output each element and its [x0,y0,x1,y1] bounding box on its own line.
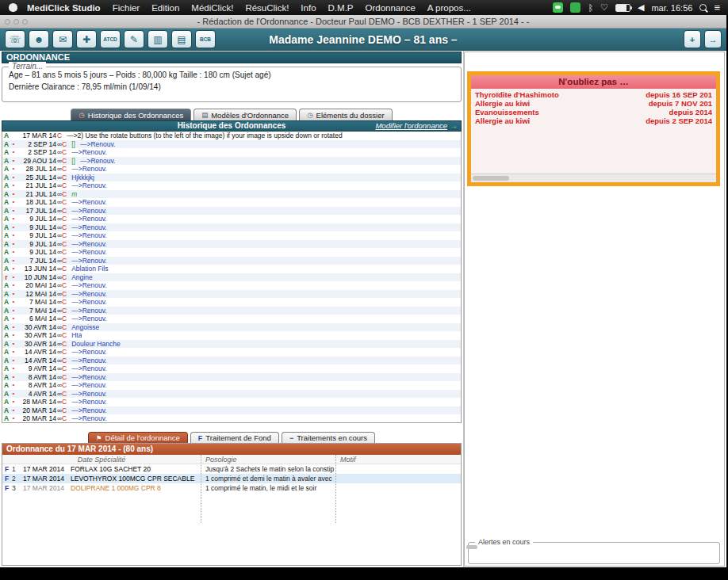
new-ordonnance-icon[interactable]: + [684,30,701,48]
history-row[interactable]: A 17 MAR 14 C —>2) Use the rotate button… [2,132,461,140]
row-text: —>Renouv. [71,231,107,240]
patient-icon[interactable]: ☻ [29,30,49,48]
history-row[interactable]: A • 4 AVR 14 ∞ C —>Renouv. [2,390,461,399]
atcd-icon[interactable]: ATCD [100,30,121,48]
history-row[interactable]: A • 7 MAI 14 ∞ C —>Renouv. [2,307,461,315]
heart-icon[interactable]: ♡ [600,2,608,13]
history-row[interactable]: A • 14 AVR 14 ∞ C —>Renouv. [2,357,461,365]
history-row[interactable]: A • 30 AVR 14 ∞ C Hta [2,331,461,340]
menu-item[interactable]: Fichier [113,3,140,13]
row-type-letter: A [2,340,10,349]
battery-icon[interactable] [615,4,630,12]
history-row[interactable]: A • 21 JUL 14 ∞ C —>Renouv. [2,181,461,190]
row-date: 28 JUL 14 [17,165,56,174]
directory-icon[interactable]: ▤ [171,30,192,48]
history-row[interactable]: A • 9 JUL 14 ∞ C —>Renouv. [2,231,461,240]
history-row[interactable]: A • 9 JUL 14 ∞ C —>Renouv. [2,223,461,232]
tab[interactable]: − Traitements en cours [282,432,375,443]
history-row[interactable]: A • 9 JUL 14 ∞ C —>Renouv. [2,215,461,223]
menu-item[interactable]: MédiClick! [191,3,233,13]
menu-item[interactable]: Info [301,3,316,13]
history-row[interactable]: A • 9 AVR 14 ∞ C —>Renouv. [2,364,461,373]
mini-scroll-thumb[interactable] [466,545,477,549]
row-type-letter: A [2,398,10,406]
history-row[interactable]: r • 10 JUN 14 ∞ C Angine [2,273,461,282]
scroll-thumb[interactable] [473,176,509,181]
screen-sharing-icon[interactable] [570,2,580,13]
history-row[interactable]: A • 8 AVR 14 ∞ C —>Renouv. [2,381,461,390]
contacts-icon[interactable]: ☏ [5,30,25,48]
prescription-row[interactable]: F 2 17 MAR 2014 LEVOTHYROX 100MCG CPR SE… [2,474,461,483]
history-row[interactable]: A • 20 MAR 14 ∞ C —>Renouv. [2,414,461,423]
menu-item[interactable]: RésuClick! [245,3,289,13]
minimize-button[interactable] [13,19,19,25]
apple-menu-icon[interactable] [9,3,17,12]
title-bar[interactable]: - Rédaction de l'Ordonnance - Docteur Pa… [0,15,726,29]
history-row[interactable]: A • 20 MAI 14 ∞ C —>Renouv. [2,281,461,290]
reminder-item[interactable]: Allergie au kiwi depuis 7 NOV 201 [471,99,716,108]
history-row[interactable]: A • 14 AVR 14 ∞ C —>Renouv. [2,348,461,357]
exit-ordonnance-icon[interactable]: → [704,30,722,48]
row-c-flag: C [62,373,67,382]
history-row[interactable]: A • 28 MAR 14 ∞ C —>Renouv. [2,398,461,406]
row-dot: • [10,373,17,382]
tab[interactable]: ▤ Modèles d'Ordonnance [193,109,297,120]
menu-item[interactable]: D.M.P [328,3,354,13]
history-row[interactable]: A • 7 MAI 14 ∞ C —>Renouv. [2,298,461,307]
volume-icon[interactable]: ◀ [638,2,644,13]
prescription-icon[interactable]: ✎ [124,30,144,48]
menu-item[interactable]: Ordonnance [366,3,416,13]
messages-icon[interactable] [553,2,563,13]
history-row[interactable]: A • 28 JUL 14 ∞ C —>Renouv. [2,165,461,174]
history-row[interactable]: A • 7 JUL 14 ∞ C —>Renouv. [2,257,461,265]
clock[interactable]: mar. 16:56 [651,3,692,13]
row-dot: • [10,340,17,349]
modify-arrow-icon[interactable]: → [450,121,458,131]
history-row[interactable]: A • 30 AVR 14 ∞ C Angoisse [2,323,461,332]
prescription-row[interactable]: F 3 17 MAR 2014 DOLIPRANE 1 000MG CPR 8 … [2,483,461,493]
row-date: 7 MAI 14 [17,307,56,315]
history-row[interactable]: A • 25 JUL 14 ∞ C Hjkkkjkj [2,174,461,182]
spotlight-icon[interactable] [699,4,707,11]
desktop: MediClick Studio FichierEditionMédiClick… [0,0,728,580]
history-row[interactable]: A • 21 JUL 14 ∞ C m [2,190,461,199]
row-dot: • [10,157,17,166]
tab[interactable]: ⚑ Détail de l'ordonnance [88,432,188,443]
history-row[interactable]: A • 9 JUL 14 ∞ C —>Renouv. [2,248,461,257]
history-row[interactable]: A • 30 AVR 14 ∞ C Douleur Hanche [2,340,461,349]
history-row[interactable]: A • 20 MAR 14 ∞ C —>Renouv. [2,406,461,415]
prescription-row[interactable]: F 1 17 MAR 2014 FORLAX 10G SACHET 20 Jus… [2,464,461,474]
tab[interactable]: ◷ Historique des Ordonnances [71,109,191,120]
reminders-scrollbar[interactable] [471,174,716,182]
bluetooth-icon[interactable]: ᛒ [588,3,593,13]
row-type-letter: A [2,364,10,373]
history-row[interactable]: A • 2 SEP 14 ∞ C —>Renouv. [2,148,461,157]
row-dot: • [10,265,17,273]
history-row[interactable]: A • 8 AVR 14 ∞ C —>Renouv. [2,373,461,382]
reminder-item[interactable]: Evanouissements depuis 2014 [471,108,716,116]
reminder-item[interactable]: Allergie au kiwi depuis 2 SEP 2014 [471,116,716,125]
reminder-item[interactable]: Thyroïdite d'Hashimoto depuis 16 SEP 201 [471,90,716,99]
history-row[interactable]: A • 6 MAI 14 ∞ C —>Renouv. [2,315,461,323]
app-menu[interactable]: MediClick Studio [27,3,101,13]
modify-ordonnance-link[interactable]: Modifier l'ordonnance [375,121,447,131]
history-row[interactable]: A • 29 AOU 14 ∞ C [] —>Renouv. [2,157,461,166]
mail-icon[interactable]: ✉ [52,30,73,48]
notification-center-icon[interactable]: ≡ [714,2,720,13]
history-row[interactable]: A • 13 JUN 14 ∞ C Ablation Fils [2,265,461,273]
close-button[interactable] [5,19,10,25]
menu-item[interactable]: Edition [151,3,179,13]
tab[interactable]: F Traitement de Fond [190,432,279,443]
history-row[interactable]: A • 17 JUL 14 ∞ C —>Renouv. [2,207,461,216]
tab[interactable]: ◷ Eléments du dossier [299,109,393,120]
history-row[interactable]: A • 9 JUL 14 ∞ C —>Renouv. [2,240,461,249]
history-row[interactable]: A • 18 JUL 14 ∞ C —>Renouv. [2,198,461,207]
bcb-icon[interactable]: BCB [195,30,216,48]
history-row[interactable]: A • 12 MAI 14 ∞ C —>Renouv. [2,290,461,299]
emergency-icon[interactable]: ✚ [76,30,97,48]
history-row[interactable]: A • 2 SEP 14 ∞ C [] —>Renouv. [2,140,461,149]
send-document-icon[interactable]: ▥ [148,30,168,48]
menu-item[interactable]: A propos... [427,3,471,13]
row-f-flag: F [2,474,12,483]
zoom-button[interactable] [22,19,28,25]
